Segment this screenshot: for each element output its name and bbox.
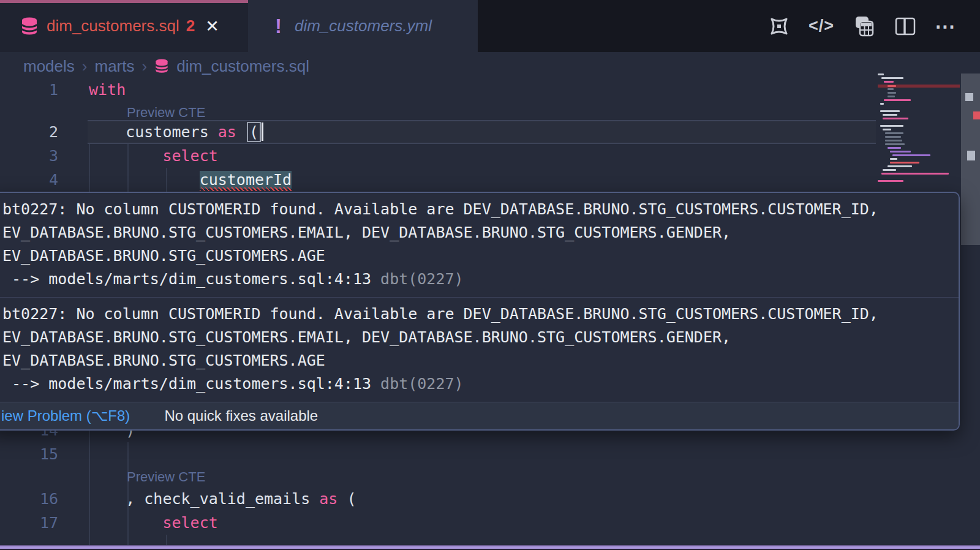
line-number: 1 [0,78,58,102]
code-token: ( [337,490,356,508]
code-text: customerId [89,168,292,192]
window-bottom-border [0,545,980,550]
minimap-code-bar [881,77,903,79]
hover-status-bar: iew Problem (⌥F8) No quick fixes availab… [0,402,959,429]
minimap-code-bar [881,173,949,175]
breadcrumb-item-file[interactable]: dim_customers.sql [176,57,309,76]
minimap-code-bar [888,96,895,97]
code-line-1[interactable]: 1with [0,78,980,102]
code-token [89,514,162,532]
error-message-line: EV_DATABASE.BRUNO.STG_CUSTOMERS.AGE [2,244,952,268]
editor-actions-toolbar: </> ⋯ [767,0,980,52]
minimap-code-bar [890,151,911,153]
code-token [89,147,162,165]
error-message-blocks: bt0227: No column CUSTOMERID found. Avai… [0,193,959,402]
code-token: with [89,81,126,99]
error-location-line: --> models/marts/dim_customers.sql:4:13 … [2,372,952,396]
error-message-line: EV_DATABASE.BRUNO.STG_CUSTOMERS.EMAIL, D… [2,326,952,349]
minimap-code-bar [878,180,903,182]
code-text: customers as ( [89,120,263,144]
matched-bracket: ( [247,122,261,142]
minimap-code-bar [888,165,912,167]
overview-ruler-mark [965,93,973,101]
minimap-code-bar [890,162,919,164]
breadcrumb-item-models[interactable]: models [23,57,75,76]
error-message-line: EV_DATABASE.BRUNO.STG_CUSTOMERS.EMAIL, D… [2,221,952,244]
code-text: with [89,78,126,102]
warning-icon: ! [275,15,282,38]
code-token [89,123,126,141]
code-token: as [218,123,236,141]
split-editor-icon[interactable] [893,14,918,39]
view-problem-link[interactable]: iew Problem (⌥F8) [1,407,130,424]
problems-count-badge: 2 [186,17,195,36]
minimap-code-bar [888,147,901,149]
minimap-code-bar [884,81,894,83]
minimap-code-bar [888,92,896,94]
error-message-line: bt0227: No column CUSTOMERID found. Avai… [2,303,952,326]
code-line-4[interactable]: 4 customerId [0,168,980,192]
code-token [89,490,126,508]
line-number: 2 [0,120,58,144]
code-line-16[interactable]: 16 , check_valid_emails as ( [0,487,980,511]
error-source-code: dbt(0227) [371,375,464,393]
chevron-right-icon: › [142,57,148,76]
code-token [236,123,246,141]
more-actions-icon[interactable]: ⋯ [935,14,957,39]
minimap-code-bar [880,110,900,112]
dbt-power-user-icon[interactable] [767,14,791,39]
tab-label: dim_customers.sql [47,17,179,36]
error-location: --> models/marts/dim_customers.sql:4:13 [2,375,371,393]
line-number: 17 [0,511,58,535]
line-number: 4 [0,168,58,192]
code-token [310,490,319,508]
line-number: 16 [0,487,58,511]
code-token: as [319,490,337,508]
code-line-2[interactable]: 2 customers as ( [0,120,980,144]
error-location-line: --> models/marts/dim_customers.sql:4:13 … [2,268,952,291]
code-token: select [162,514,217,532]
minimap-code-bar [883,114,897,116]
query-results-icon[interactable] [851,14,876,39]
minimap-code-bar [888,85,896,87]
breadcrumb-item-marts[interactable]: marts [95,57,135,76]
code-line-15[interactable]: 15 [0,442,980,466]
error-location: --> models/marts/dim_customers.sql:4:13 [2,270,371,288]
code-token: customers [126,123,208,141]
close-icon[interactable]: ✕ [205,17,219,36]
minimap-code-bar [883,129,891,130]
minimap-code-bar [885,136,901,138]
minimap-code-bar [880,125,903,127]
minimap-code-bar [884,99,911,101]
indent-guide [166,535,167,545]
minimap-code-bar [890,158,897,160]
tab-label: dim_customers.yml [295,17,432,36]
code-lens-preview-cte[interactable]: Preview CTE [127,469,205,485]
code-lens-preview-cte[interactable]: Preview CTE [127,105,205,121]
error-hover-tooltip: bt0227: No column CUSTOMERID found. Avai… [0,192,960,431]
error-token-customerid: customerId [200,171,292,189]
minimap-code-bar [885,143,905,145]
code-token: , check_valid_emails [126,490,310,508]
compiled-code-icon[interactable]: </> [809,17,834,36]
line-number: 15 [0,442,58,466]
minimap-code-bar [880,103,884,105]
database-icon [154,58,169,75]
line-number: 3 [0,144,58,168]
code-text: , check_valid_emails as ( [89,487,356,511]
tab-dim-customers-sql[interactable]: dim_customers.sql 2 ✕ [0,0,248,52]
code-token: select [162,147,217,165]
overview-ruler-mark [973,111,980,119]
database-icon [20,16,39,37]
minimap-code-bar [878,73,884,75]
error-source-code: dbt(0227) [371,270,464,288]
tab-dim-customers-yml[interactable]: ! dim_customers.yml [248,0,478,52]
minimap[interactable] [878,73,960,187]
minimap-code-bar [883,169,896,171]
code-line-3[interactable]: 3 select [0,144,980,168]
active-tab-indicator [0,0,248,3]
chevron-right-icon: › [82,57,88,76]
code-line-17[interactable]: 17 select [0,511,980,535]
vscode-editor-window: dim_customers.sql 2 ✕ ! dim_customers.ym… [0,0,980,550]
code-text: select [89,511,218,535]
